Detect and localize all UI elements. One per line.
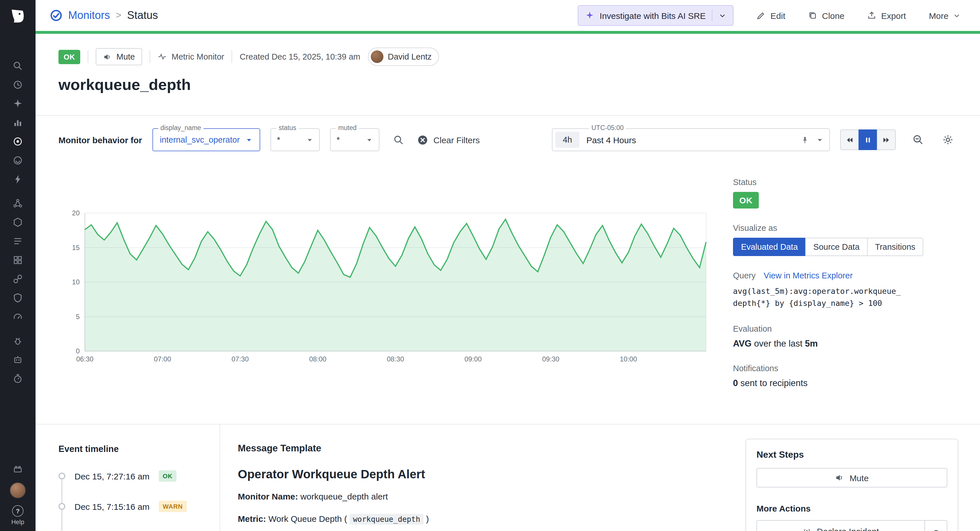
next-steps-column: Next Steps Mute More Actions Declare Inc… (718, 424, 980, 531)
mute-button-card[interactable]: Mute (756, 468, 947, 488)
apm-icon[interactable] (11, 173, 24, 186)
filter-row-label: Monitor behavior for (59, 135, 142, 145)
event-time: Dec 15, 7:27:16 am (75, 471, 150, 481)
metrics-explorer-link[interactable]: View in Metrics Explorer (764, 271, 853, 280)
ci-icon[interactable] (11, 353, 24, 366)
export-button[interactable]: Export (867, 11, 906, 20)
author-pill[interactable]: David Lentz (368, 48, 439, 66)
timeline-event[interactable]: Dec 15, 7:15:16 am WARN (59, 501, 220, 512)
display-name-filter[interactable]: display_name internal_svc_operator (153, 128, 261, 151)
evaluation-block: Evaluation AVG over the last 5m (733, 324, 958, 349)
watchdog-icon[interactable] (11, 154, 24, 167)
investigate-bits-ai-button[interactable]: Investigate with Bits AI SRE (578, 5, 734, 26)
help-button[interactable]: ? Help (11, 505, 24, 525)
evaluation-label: Evaluation (733, 324, 958, 333)
playback-controls (840, 129, 896, 150)
status-row: OK Mute Metric Monitor Created Dec 15, 2… (59, 48, 956, 66)
pause-button[interactable] (859, 129, 877, 150)
event-status-badge: OK (159, 470, 177, 482)
message-line: Monitor Name: workqueue_depth alert (238, 490, 695, 503)
time-range-picker[interactable]: UTC-05:00 4h Past 4 Hours (552, 128, 830, 151)
app: ? Help Monitors > Status Investigate wit… (0, 0, 980, 531)
timeline-event[interactable]: Dec 15, 7:27:16 am OK (59, 470, 220, 482)
pencil-icon (757, 11, 766, 20)
status-value-badge: OK (733, 192, 759, 208)
breadcrumb-monitors-link[interactable]: Monitors (68, 9, 110, 22)
message-line: Metric: Work Queue Depth ( workqueue_dep… (238, 512, 695, 525)
service-map-icon[interactable] (11, 197, 24, 210)
dashboards-icon[interactable] (11, 254, 24, 266)
clone-button[interactable]: Clone (808, 11, 845, 20)
notifications-label: Notifications (733, 364, 958, 373)
status-filter[interactable]: status * (271, 128, 320, 151)
export-icon (867, 11, 877, 20)
user-avatar[interactable] (10, 482, 26, 498)
evaluated-data-tab[interactable]: Evaluated Data (733, 238, 806, 256)
sidebar-nav (11, 60, 24, 385)
security-icon[interactable] (11, 292, 24, 304)
more-button[interactable]: More (929, 11, 961, 20)
zoom-out-icon[interactable] (910, 131, 927, 148)
metric-code-chip: workqueue_depth (350, 514, 424, 525)
infrastructure-icon[interactable] (11, 216, 24, 229)
bottom-section: Event timeline Dec 15, 7:27:16 am OK Dec… (35, 424, 980, 531)
created-timestamp: Created Dec 15, 2025, 10:39 am (240, 52, 360, 61)
rum-icon[interactable] (11, 310, 24, 323)
chevron-down-icon (366, 136, 373, 143)
event-timeline-title: Event timeline (59, 444, 220, 454)
bits-ai-icon[interactable] (11, 97, 24, 110)
notifications-text: 0 sent to recipients (733, 378, 958, 388)
message-template-panel: Message Template Operator Workqueue Dept… (220, 424, 718, 531)
time-controls: UTC-05:00 4h Past 4 Hours (552, 128, 956, 151)
svg-text:10: 10 (72, 278, 80, 286)
settings-gear-icon[interactable] (939, 131, 956, 148)
monitor-header-section: OK Mute Metric Monitor Created Dec 15, 2… (35, 34, 980, 94)
filter-row: Monitor behavior for display_name intern… (59, 128, 956, 151)
workflows-icon[interactable] (11, 463, 24, 475)
main: Monitors > Status Investigate with Bits … (35, 0, 980, 531)
clone-icon (808, 11, 818, 20)
declare-incident-button[interactable]: Declare Incident (756, 520, 947, 531)
visualize-block: Visualize as Evaluated Data Source Data … (733, 223, 958, 256)
event-status-badge: WARN (159, 501, 187, 512)
status-label: Status (733, 178, 958, 187)
synthetics-icon[interactable] (11, 372, 24, 385)
search-icon[interactable] (11, 60, 24, 72)
muted-filter[interactable]: muted * (330, 128, 380, 151)
search-filter-button[interactable] (390, 131, 407, 148)
evaluation-text: AVG over the last 5m (733, 339, 958, 349)
sparkle-icon (585, 11, 595, 20)
source-data-tab[interactable]: Source Data (805, 238, 867, 256)
status-accent-bar (35, 31, 980, 34)
notifications-block: Notifications 0 sent to recipients (733, 364, 958, 388)
monitor-chart[interactable]: 0510152006:3007:0007:3008:0008:3009:0009… (59, 178, 712, 403)
clear-icon (417, 134, 428, 145)
chevron-down-icon (719, 12, 726, 19)
transitions-tab[interactable]: Transitions (867, 238, 924, 256)
logs-icon[interactable] (11, 235, 24, 248)
timezone-label: UTC-05:00 (589, 124, 626, 131)
monitors-icon[interactable] (11, 135, 24, 148)
clear-filters-button[interactable]: Clear Filters (417, 134, 480, 145)
edit-button[interactable]: Edit (757, 11, 786, 20)
pin-icon[interactable] (800, 135, 809, 144)
svg-text:08:00: 08:00 (309, 355, 326, 363)
rewind-button[interactable] (840, 129, 859, 150)
mute-button[interactable]: Mute (96, 48, 142, 65)
event-timeline-panel: Event timeline Dec 15, 7:27:16 am OK Dec… (35, 424, 220, 531)
error-tracking-icon[interactable] (11, 334, 24, 347)
investigate-label: Investigate with Bits AI SRE (600, 11, 706, 20)
status-block: Status OK (733, 178, 958, 208)
breadcrumb-current: Status (127, 9, 158, 22)
svg-text:5: 5 (76, 313, 80, 321)
sidebar-bottom: ? Help (10, 463, 26, 531)
metrics-icon[interactable] (11, 116, 24, 129)
forward-button[interactable] (877, 129, 896, 150)
history-icon[interactable] (11, 78, 24, 91)
breadcrumb-separator: > (116, 10, 121, 21)
chevron-down-icon[interactable] (924, 521, 947, 531)
timeline-dot (59, 472, 65, 479)
integrations-icon[interactable] (11, 273, 24, 285)
event-list: Dec 15, 7:27:16 am OK Dec 15, 7:15:16 am… (59, 470, 220, 512)
datadog-logo-icon[interactable] (6, 5, 29, 27)
